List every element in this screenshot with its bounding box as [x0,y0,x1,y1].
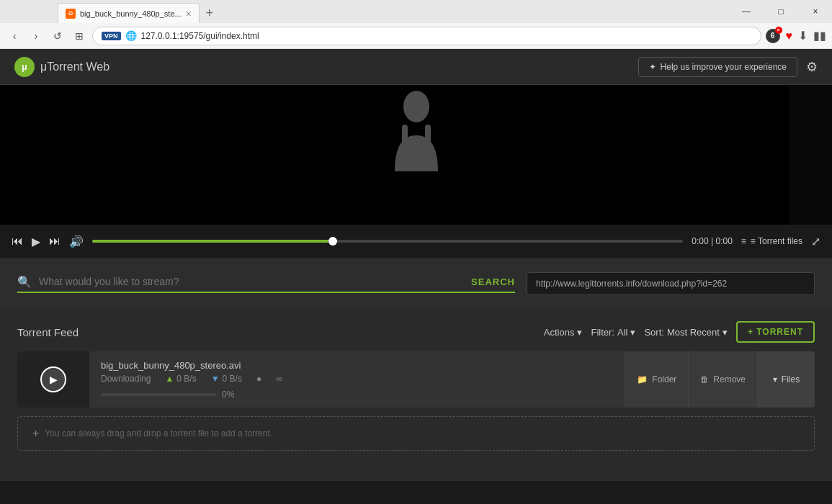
download-icon[interactable]: ⬇ [798,29,808,42]
back-button[interactable]: ‹ [6,27,23,45]
video-player: ⏮ ▶ ⏭ 🔊 0:00 | 0:00 ≡ ≡ Torrent files ⤢ [0,85,832,258]
sort-dropdown[interactable]: Sort: Most Recent ▾ [644,327,727,338]
tab-favicon: O [66,9,76,19]
torrent-progress: 0% [101,390,613,400]
play-torrent-button[interactable]: ▶ [40,366,66,392]
vpn-badge: VPN [102,32,121,40]
svg-point-0 [403,91,429,122]
video-controls: ⏮ ▶ ⏭ 🔊 0:00 | 0:00 ≡ ≡ Torrent files ⤢ [0,225,832,258]
fullscreen-button[interactable]: ⤢ [811,235,820,248]
torrent-feed: Torrent Feed Actions ▾ Filter: All ▾ Sor… [0,310,832,481]
forward-button[interactable]: › [27,27,45,45]
active-tab[interactable]: O big_buck_bunny_480p_ste... × [58,3,200,23]
video-silhouette [373,85,460,171]
search-bar: 🔍 SEARCH [17,275,515,293]
feed-title: Torrent Feed [17,326,79,338]
torrent-thumbnail: ▶ [17,351,89,408]
svg-rect-2 [425,125,431,146]
play-button[interactable]: ▶ [32,235,40,248]
filter-chevron-icon: ▾ [630,327,635,338]
remove-button[interactable]: 🗑 Remove [688,351,757,408]
favicon-letter: O [68,10,73,17]
badge-x-icon: × [775,27,782,34]
add-torrent-button[interactable]: + TORRENT [736,321,815,343]
files-button[interactable]: ▾ Files [757,351,815,408]
time-display: 0:00 | 0:00 [692,236,733,246]
header-right: ✦ Help us improve your experience ⚙ [638,57,818,77]
list-icon: ≡ [741,236,746,246]
minimize-button[interactable]: — [730,0,763,23]
extensions-badge[interactable]: 6 × [766,29,780,43]
skip-back-button[interactable]: ⏮ [12,235,23,248]
svg-rect-1 [402,125,408,146]
torrent-name: big_buck_bunny_480p_stereo.avi [101,360,613,371]
app-container: μ μTorrent Web ✦ Help us improve your ex… [0,49,832,481]
address-input-wrap: VPN 🌐 127.0.0.1:19575/gui/index.html [92,27,761,45]
tab-label: big_buck_bunny_480p_ste... [80,9,182,18]
chevron-down-icon-files: ▾ [773,374,777,384]
close-button[interactable]: × [799,0,832,23]
tab-close-button[interactable]: × [186,8,192,19]
download-speed: ▼ 0 B/s [211,374,242,384]
heart-icon[interactable]: ♥ [786,30,793,42]
drop-zone[interactable]: + You can always drag and drop a torrent… [17,416,815,451]
logo-icon: μ [14,57,35,77]
globe-icon: 🌐 [125,30,137,41]
up-arrow-icon: ▲ [165,374,174,384]
video-progress-dot [328,237,337,246]
url-input[interactable] [527,272,815,295]
percent-text: 0% [222,390,234,400]
search-icon: 🔍 [17,275,32,289]
video-progress-bar[interactable] [92,240,683,243]
address-text: 127.0.0.1:19575/gui/index.html [141,31,752,41]
video-progress-fill [92,240,328,243]
torrent-stats: Downloading ▲ 0 B/s ▼ 0 B/s ● ∞ [101,374,613,384]
trash-icon: 🗑 [700,374,709,384]
upload-speed: ▲ 0 B/s [165,374,196,384]
folder-button[interactable]: 📁 Folder [625,351,688,408]
battery-icon: ▮▮ [813,29,826,42]
torrent-item: ▶ big_buck_bunny_480p_stereo.avi Downloa… [17,351,815,408]
actions-dropdown[interactable]: Actions ▾ [544,327,583,338]
eta-circle-icon: ● [256,374,261,384]
app-logo: μ μTorrent Web [14,57,109,77]
skip-forward-button[interactable]: ⏭ [49,235,61,248]
app-header: μ μTorrent Web ✦ Help us improve your ex… [0,49,832,85]
feed-controls: Actions ▾ Filter: All ▾ Sort: Most Recen… [544,321,815,343]
maximize-button[interactable]: □ [764,0,797,23]
download-progress-track [101,393,216,396]
search-input[interactable] [39,276,464,287]
grid-button[interactable]: ⊞ [71,27,88,45]
sort-chevron-icon: ▾ [723,327,728,338]
address-bar: ‹ › ↺ ⊞ VPN 🌐 127.0.0.1:19575/gui/index.… [0,23,832,49]
chevron-down-icon: ▾ [577,327,582,338]
volume-button[interactable]: 🔊 [69,235,84,248]
refresh-button[interactable]: ↺ [49,27,66,45]
torrent-actions: 📁 Folder 🗑 Remove ▾ Files [625,351,815,408]
torrent-files-button[interactable]: ≡ ≡ Torrent files [741,236,802,246]
torrent-info: big_buck_bunny_480p_stereo.avi Downloadi… [89,353,625,407]
settings-button[interactable]: ⚙ [806,59,818,75]
improve-experience-button[interactable]: ✦ Help us improve your experience [638,57,797,77]
app-name: μTorrent Web [40,60,109,73]
video-area [0,85,832,225]
folder-icon: 📁 [637,374,648,384]
down-arrow-icon: ▼ [211,374,220,384]
eta-value: ∞ [276,374,282,384]
new-tab-button[interactable]: + [200,3,220,23]
search-section: 🔍 SEARCH [0,258,832,310]
feed-header: Torrent Feed Actions ▾ Filter: All ▾ Sor… [17,321,815,343]
plus-icon: + [32,427,39,440]
torrent-status: Downloading [101,374,151,384]
filter-dropdown[interactable]: Filter: All ▾ [591,327,635,338]
search-button[interactable]: SEARCH [471,276,515,287]
drop-zone-text: You can always drag and drop a torrent f… [45,428,272,438]
window-controls: — □ × [730,0,832,23]
address-right-icons: 6 × ♥ ⬇ ▮▮ [766,29,827,43]
